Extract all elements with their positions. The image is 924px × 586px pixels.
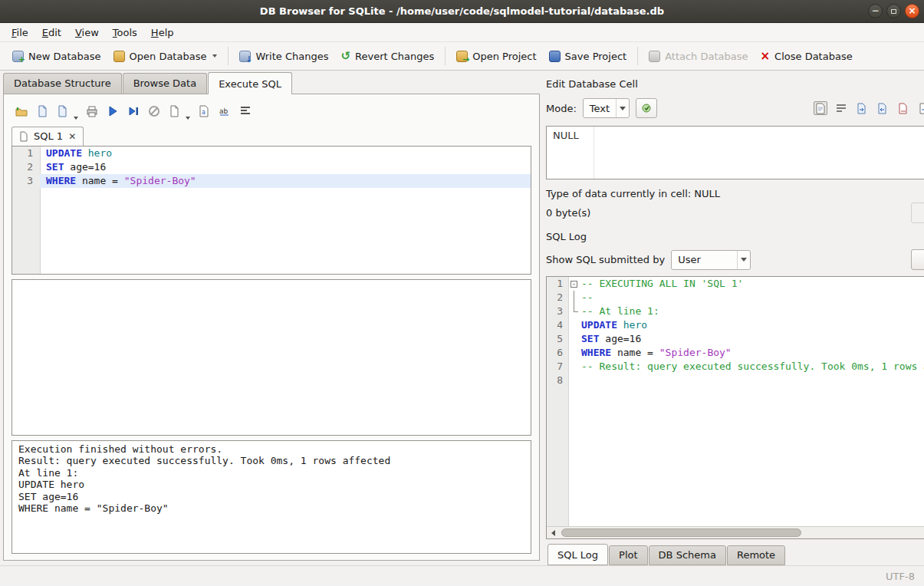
revert-changes-button[interactable]: ↺ Revert Changes — [334, 47, 440, 66]
print-button[interactable] — [85, 104, 99, 118]
save-sql-file-as-button[interactable] — [56, 104, 70, 118]
auto-switch-mode-button[interactable] — [636, 98, 657, 118]
tab-execute-sql[interactable]: Execute SQL — [208, 72, 292, 94]
code-line: 2SET age=16 — [12, 160, 531, 174]
close-button[interactable]: × — [905, 4, 919, 18]
sql-log-view: 1--- EXECUTING ALL IN 'SQL 1'2--3-- At l… — [546, 276, 924, 539]
fold-guide — [568, 305, 580, 318]
edit-cell-title: Edit Database Cell — [546, 78, 638, 90]
open-cell-button[interactable] — [917, 101, 924, 115]
export-to-file-button[interactable] — [876, 101, 889, 115]
save-sql-file-button[interactable] — [35, 104, 49, 118]
save-project-button[interactable]: Save Project — [543, 47, 633, 66]
close-icon: × — [908, 5, 916, 16]
close-database-button[interactable]: × Close Database — [755, 47, 859, 66]
menu-item-view[interactable]: View — [68, 25, 106, 41]
close-database-label: Close Database — [774, 51, 853, 62]
open-database-label: Open Database — [130, 51, 207, 62]
dock-tab-sql-log[interactable]: SQL Log — [547, 544, 608, 565]
output-line: Execution finished without errors. — [18, 443, 524, 455]
apply-button: Apply — [911, 202, 924, 223]
execute-sql-panel: a ab SQL 1 ✕ — [3, 94, 540, 561]
save-results-icon — [169, 105, 181, 117]
open-project-button[interactable]: → Open Project — [450, 47, 542, 66]
dock-tab-remote[interactable]: Remote — [727, 545, 785, 565]
right-panel: Edit Database Cell ✕ Mode: Text — [540, 71, 924, 565]
maximize-button[interactable] — [886, 4, 901, 18]
tab-database-structure[interactable]: Database Structure — [3, 73, 122, 94]
save-cell-button[interactable] — [896, 101, 910, 115]
execute-current-line-icon — [127, 105, 140, 117]
new-database-button[interactable]: + New Database — [6, 47, 107, 66]
sql-log-text: 1--- EXECUTING ALL IN 'SQL 1'2--3-- At l… — [547, 277, 924, 526]
execute-current-line-button[interactable] — [127, 104, 140, 118]
code-line: 3-- At line 1: — [547, 305, 924, 318]
stop-icon — [148, 105, 160, 117]
fold-guide — [568, 346, 580, 360]
log-horizontal-scrollbar[interactable] — [547, 526, 924, 538]
scrollbar-track[interactable] — [560, 527, 924, 538]
submitted-by-select[interactable]: User — [671, 250, 751, 270]
mode-label: Mode: — [546, 103, 577, 114]
dock-tab-db-schema[interactable]: DB Schema — [649, 545, 726, 565]
open-database-dropdown-icon[interactable] — [212, 54, 217, 58]
fold-guide — [568, 291, 580, 305]
open-sql-file-icon — [15, 105, 28, 117]
save-results-button[interactable] — [168, 104, 182, 118]
code-line: 3WHERE name = "Spider-Boy" — [12, 174, 531, 188]
menu-item-tools[interactable]: Tools — [106, 25, 144, 41]
fold-marker-icon[interactable]: - — [568, 277, 580, 291]
sql-file-icon — [19, 131, 28, 142]
fold-guide — [568, 360, 580, 374]
sql-tab-close-icon[interactable]: ✕ — [68, 131, 76, 142]
minimize-button[interactable]: − — [868, 4, 883, 18]
window-titlebar[interactable]: DB Browser for SQLite - /home/user/code/… — [0, 0, 924, 23]
replace-button[interactable]: ab — [218, 104, 232, 118]
tab-browse-data[interactable]: Browse Data — [123, 73, 208, 94]
format-sql-button[interactable] — [238, 104, 252, 118]
main-area: Database Structure Browse Data Execute S… — [0, 71, 924, 565]
results-grid — [12, 279, 531, 436]
save-sql-dropdown-icon[interactable] — [74, 117, 78, 120]
scrollbar-thumb[interactable] — [561, 528, 801, 537]
word-wrap-icon — [835, 103, 847, 114]
save-project-icon — [549, 51, 561, 62]
db-browser-window: DB Browser for SQLite - /home/user/code/… — [0, 0, 924, 586]
menu-item-edit[interactable]: Edit — [35, 25, 68, 41]
attach-database-icon — [649, 51, 660, 62]
clear-button[interactable]: Clear — [911, 249, 924, 270]
open-sql-file-button[interactable] — [15, 104, 28, 118]
format-sql-icon — [239, 105, 252, 117]
write-changes-label: Write Changes — [255, 51, 328, 62]
save-cell-icon — [897, 103, 909, 114]
code-line: 6WHERE name = "Spider-Boy" — [547, 346, 924, 360]
cell-type-label: Type of data currently in cell: NULL — [546, 188, 924, 199]
menu-item-help[interactable]: Help — [144, 25, 181, 41]
cell-value-editor[interactable]: NULL — [546, 126, 924, 179]
open-database-button[interactable]: Open Database — [107, 47, 224, 66]
chevron-down-icon — [620, 107, 626, 110]
find-button[interactable]: a — [197, 104, 211, 118]
write-changes-button[interactable]: ↓ Write Changes — [233, 47, 334, 66]
code-line: 4UPDATE hero — [547, 318, 924, 332]
text-document-button[interactable] — [814, 101, 827, 115]
sql-log-filter-row: Show SQL submitted by User Clear — [546, 249, 924, 270]
write-changes-icon: ↓ — [239, 51, 251, 62]
replace-icon: ab — [219, 105, 231, 117]
window-title: DB Browser for SQLite - /home/user/code/… — [260, 5, 664, 17]
import-from-file-button[interactable] — [855, 101, 869, 115]
dock-tab-plot[interactable]: Plot — [609, 545, 648, 565]
minimize-icon: − — [871, 5, 879, 16]
fold-guide — [568, 318, 580, 332]
execute-all-button[interactable] — [106, 104, 120, 118]
text-document-icon — [815, 103, 826, 114]
save-results-dropdown-icon[interactable] — [186, 117, 190, 120]
sql-editor[interactable]: 1UPDATE hero2SET age=163WHERE name = "Sp… — [12, 146, 531, 275]
mode-select[interactable]: Text — [583, 98, 630, 118]
code-line: 1--- EXECUTING ALL IN 'SQL 1' — [547, 277, 924, 291]
submitted-by-value: User — [678, 254, 707, 265]
menu-item-file[interactable]: File — [5, 25, 35, 41]
scroll-left-icon[interactable] — [547, 527, 560, 538]
sql-tab[interactable]: SQL 1 ✕ — [12, 127, 84, 146]
word-wrap-button[interactable] — [834, 101, 848, 115]
